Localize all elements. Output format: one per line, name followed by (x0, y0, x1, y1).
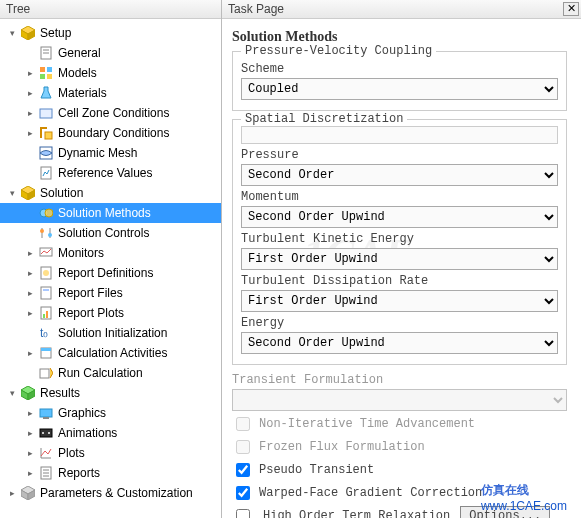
chevron-down-icon[interactable]: ▾ (6, 27, 18, 39)
momentum-select[interactable]: Second Order Upwind (241, 206, 558, 228)
nita-checkbox (236, 417, 250, 431)
tree-item-runcalc[interactable]: Run Calculation (0, 363, 221, 383)
twisty-placeholder (24, 227, 36, 239)
frozen-flux-checkbox (236, 440, 250, 454)
tree-item-label: Run Calculation (58, 366, 149, 380)
chevron-down-icon[interactable]: ▾ (6, 387, 18, 399)
scheme-select[interactable]: Coupled (241, 78, 558, 100)
tree-item-solmethods[interactable]: Solution Methods (0, 203, 221, 223)
footer-link[interactable]: 仿真在线 www.1CAE.com (481, 482, 567, 513)
tree-item-solcontrols[interactable]: Solution Controls (0, 223, 221, 243)
tree-item-graphics[interactable]: ▸Graphics (0, 403, 221, 423)
chevron-right-icon[interactable]: ▸ (24, 247, 36, 259)
repplots-icon (38, 305, 54, 321)
cube-yellow-icon (20, 25, 36, 41)
tree-item-general[interactable]: General (0, 43, 221, 63)
tree-item-materials[interactable]: ▸Materials (0, 83, 221, 103)
tree-item-label: Solution Controls (58, 226, 155, 240)
tdr-label: Turbulent Dissipation Rate (241, 274, 558, 288)
transient-select (232, 389, 567, 411)
tree-item-label: Models (58, 66, 103, 80)
monitors-icon (38, 245, 54, 261)
tree-item-refvals[interactable]: Reference Values (0, 163, 221, 183)
tree-item-label: Materials (58, 86, 113, 100)
tree-item-plots[interactable]: ▸Plots (0, 443, 221, 463)
cube-yellow-icon (20, 185, 36, 201)
chevron-right-icon[interactable]: ▸ (24, 447, 36, 459)
tree-item-setup[interactable]: ▾Setup (0, 23, 221, 43)
chevron-right-icon[interactable]: ▸ (24, 347, 36, 359)
repdef-icon (38, 265, 54, 281)
tree-item-monitors[interactable]: ▸Monitors (0, 243, 221, 263)
tree: ▾SetupGeneral▸Models▸Materials▸Cell Zone… (0, 19, 221, 518)
chevron-down-icon[interactable]: ▾ (6, 187, 18, 199)
tree-item-label: Calculation Activities (58, 346, 173, 360)
tree-item-solinit[interactable]: Solution Initialization (0, 323, 221, 343)
tree-item-animations[interactable]: ▸Animations (0, 423, 221, 443)
pressure-label: Pressure (241, 148, 558, 162)
tree-item-calcact[interactable]: ▸Calculation Activities (0, 343, 221, 363)
tree-item-label: Cell Zone Conditions (58, 106, 175, 120)
controls-icon (38, 225, 54, 241)
chevron-right-icon[interactable]: ▸ (24, 287, 36, 299)
tree-item-label: Solution Initialization (58, 326, 173, 340)
tree-item-label: Dynamic Mesh (58, 146, 143, 160)
tree-item-label: General (58, 46, 107, 60)
hotr-label: High Order Term Relaxation (263, 509, 450, 518)
tree-item-params[interactable]: ▸Parameters & Customization (0, 483, 221, 503)
warped-label: Warped-Face Gradient Correction (259, 486, 482, 500)
warped-checkbox[interactable] (236, 486, 250, 500)
twisty-placeholder (24, 207, 36, 219)
footer-url[interactable]: www.1CAE.com (481, 499, 567, 513)
tree-item-label: Results (40, 386, 86, 400)
tke-select[interactable]: First Order Upwind (241, 248, 558, 270)
tree-item-models[interactable]: ▸Models (0, 63, 221, 83)
tree-item-label: Parameters & Customization (40, 486, 199, 500)
tree-item-repplots[interactable]: ▸Report Plots (0, 303, 221, 323)
tree-item-label: Report Plots (58, 306, 130, 320)
hotr-checkbox[interactable] (236, 509, 250, 518)
tree-item-dynmesh[interactable]: Dynamic Mesh (0, 143, 221, 163)
tree-item-label: Report Files (58, 286, 129, 300)
calcact-icon (38, 345, 54, 361)
pseudo-label: Pseudo Transient (259, 463, 374, 477)
chevron-right-icon[interactable]: ▸ (24, 407, 36, 419)
tree-title: Tree (0, 0, 221, 19)
tree-item-results[interactable]: ▾Results (0, 383, 221, 403)
pv-coupling-legend: Pressure-Velocity Coupling (241, 44, 436, 58)
czc-icon (38, 105, 54, 121)
energy-label: Energy (241, 316, 558, 330)
task-title: Task Page (222, 0, 563, 18)
chevron-right-icon[interactable]: ▸ (24, 467, 36, 479)
chevron-right-icon[interactable]: ▸ (24, 427, 36, 439)
tree-item-label: Reference Values (58, 166, 159, 180)
tree-item-label: Plots (58, 446, 91, 460)
tree-item-czc[interactable]: ▸Cell Zone Conditions (0, 103, 221, 123)
chevron-right-icon[interactable]: ▸ (6, 487, 18, 499)
pseudo-checkbox[interactable] (236, 463, 250, 477)
tree-item-repdef[interactable]: ▸Report Definitions (0, 263, 221, 283)
chevron-right-icon[interactable]: ▸ (24, 67, 36, 79)
pseudo-row[interactable]: Pseudo Transient (232, 460, 567, 480)
close-button[interactable]: ✕ (563, 2, 579, 16)
groupbox-pv-coupling: Pressure-Velocity Coupling Scheme Couple… (232, 51, 567, 111)
tree-item-reports[interactable]: ▸Reports (0, 463, 221, 483)
chevron-right-icon[interactable]: ▸ (24, 87, 36, 99)
chevron-right-icon[interactable]: ▸ (24, 307, 36, 319)
runcalc-icon (38, 365, 54, 381)
chevron-right-icon[interactable]: ▸ (24, 127, 36, 139)
tree-item-bc[interactable]: ▸Boundary Conditions (0, 123, 221, 143)
energy-select[interactable]: Second Order Upwind (241, 332, 558, 354)
chevron-right-icon[interactable]: ▸ (24, 267, 36, 279)
twisty-placeholder (24, 327, 36, 339)
bc-icon (38, 125, 54, 141)
tree-item-label: Reports (58, 466, 106, 480)
pressure-select[interactable]: Second Order (241, 164, 558, 186)
materials-icon (38, 85, 54, 101)
chevron-right-icon[interactable]: ▸ (24, 107, 36, 119)
tdr-select[interactable]: First Order Upwind (241, 290, 558, 312)
tree-item-solution[interactable]: ▾Solution (0, 183, 221, 203)
models-icon (38, 65, 54, 81)
nita-label: Non-Iterative Time Advancement (259, 417, 475, 431)
tree-item-repfiles[interactable]: ▸Report Files (0, 283, 221, 303)
